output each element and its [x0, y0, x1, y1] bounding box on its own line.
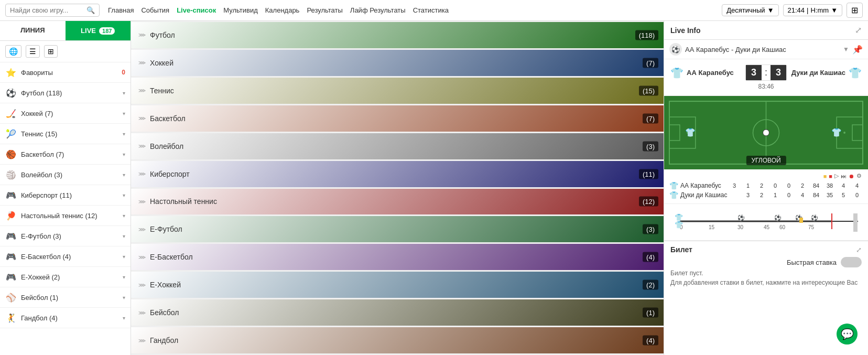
nav-calendar[interactable]: Календарь — [265, 6, 300, 14]
calculator-button[interactable]: ⊞ — [847, 3, 863, 18]
maximize-button[interactable]: ⤢ — [855, 25, 862, 35]
sidebar-tools: 🌐 ☰ ⊞ — [0, 41, 131, 62]
main-layout: ЛИНИЯ LIVE 187 🌐 ☰ ⊞ ⭐ Фавориты 0 ⚽ Футб… — [0, 21, 868, 355]
quick-bet-row: Быстрая ставка — [670, 257, 862, 267]
sidebar-item-tabletennis[interactable]: 🏓 Настольный теннис (12) ▾ — [0, 206, 131, 226]
sidebar-item-hockey[interactable]: 🏒 Хоккей (7) ▾ — [0, 103, 131, 124]
team-away: Дуки ди Кашиас 👕 — [787, 67, 862, 79]
search-input[interactable] — [10, 6, 83, 14]
match-time: 83:46 — [670, 83, 862, 90]
sport-row-volleyball[interactable]: ⋙ Волейбол (3) — [131, 133, 664, 160]
ticket-title: Билет — [670, 245, 692, 254]
sport-label: Киберспорт (11) — [21, 191, 118, 199]
odds-format-dropdown[interactable]: Десятичный ▼ — [722, 4, 778, 16]
score-away: 3 — [771, 65, 786, 80]
sport-row-name: Е-Хоккей — [150, 281, 181, 289]
favorites-icon: ⭐ — [5, 67, 17, 78]
sport-row-name: Гандбол — [150, 336, 178, 345]
sport-row-name: Настольный теннис — [150, 197, 217, 206]
chevron-icon: ▾ — [123, 315, 125, 321]
home-shirt-icon: 👕 — [670, 67, 683, 79]
svg-text:⚽: ⚽ — [774, 214, 782, 221]
sidebar-item-efootball[interactable]: 🎮 Е-Футбол (3) ▾ — [0, 226, 131, 246]
nav-live-results[interactable]: Лайф Результаты — [350, 6, 406, 14]
search-box[interactable]: 🔍 — [5, 4, 100, 17]
chevron-icon: ▾ — [123, 131, 125, 137]
red-card-header-icon: ■ — [829, 173, 832, 179]
quick-bet-toggle[interactable] — [841, 257, 862, 267]
match-selector[interactable]: ⚽ АА Карапебус - Дуки ди Кашиас ▼ 📌 — [664, 40, 868, 59]
sport-row-tennis[interactable]: ⋙ Теннис (15) — [131, 78, 664, 104]
stat-cell: 0 — [851, 192, 863, 198]
nav-stats[interactable]: Статистика — [413, 6, 449, 14]
sport-row-ebasketball[interactable]: ⋙ Е-Баскетбол (4) — [131, 244, 664, 271]
live-info-header: Live Info ⤢ — [664, 21, 868, 40]
ticket-info: Для добавления ставки в билет, нажмите н… — [670, 279, 862, 286]
nav-live-list[interactable]: Live-список — [177, 6, 216, 14]
home-team-name: АА Карапебус — [687, 69, 734, 77]
sport-row-cyber[interactable]: ⋙ Киберспорт (11) — [131, 161, 664, 188]
grid-tool-button[interactable]: ⊞ — [44, 45, 58, 58]
tab-liniya[interactable]: ЛИНИЯ — [0, 21, 66, 40]
stat-cell: 1 — [769, 192, 781, 198]
sport-row-count: (15) — [639, 85, 658, 95]
sport-row-efootball[interactable]: ⋙ Е-Футбол (3) — [131, 216, 664, 243]
sport-row-baseball[interactable]: ⋙ Бейсбол (1) — [131, 299, 664, 326]
basketball-icon: 🏀 — [5, 148, 17, 160]
sport-label: Баскетбол (7) — [21, 150, 118, 158]
football-field: 👕 👕 УГЛОВОЙ — [664, 96, 868, 169]
pin-button[interactable]: 📌 — [852, 45, 863, 55]
time-label: 21:44 — [788, 6, 805, 14]
sidebar-item-baseball[interactable]: ⚾ Бейсбол (1) ▾ — [0, 287, 131, 308]
nav-events[interactable]: События — [141, 6, 169, 14]
time-sep: | — [807, 6, 808, 14]
tab-live[interactable]: LIVE 187 — [66, 21, 131, 40]
sport-row-hockey[interactable]: ⋙ Хоккей (7) — [131, 50, 664, 77]
time-display[interactable]: 21:44 | H:mm ▼ — [783, 4, 842, 16]
top-navigation: 🔍 Главная События Live-список Мультивид … — [0, 0, 868, 21]
sidebar-item-ebasketball[interactable]: 🎮 Е-Баскетбол (4) ▾ — [0, 246, 131, 267]
chat-button[interactable]: 💬 — [837, 324, 858, 345]
sidebar-item-football[interactable]: ⚽ Футбол (118) ▾ — [0, 83, 131, 103]
chevron-icon: ▾ — [123, 274, 125, 280]
nav-links: Главная События Live-список Мультивид Ка… — [108, 6, 713, 14]
stat-cell: 3 — [742, 192, 754, 198]
nav-multiview[interactable]: Мультивид — [223, 6, 258, 14]
time-format-label: H:mm — [810, 6, 829, 14]
favorites-count: 0 — [115, 69, 125, 76]
dropdown-arrow-icon: ▼ — [767, 6, 774, 14]
stat-cell: 84 — [810, 182, 822, 189]
sport-row-tabletennis[interactable]: ⋙ Настольный теннис (12) — [131, 189, 664, 216]
sport-row-handball[interactable]: ⋙ Гандбол (4) — [131, 327, 664, 354]
team-home: 👕 АА Карапебус — [670, 67, 745, 79]
globe-tool-button[interactable]: 🌐 — [5, 45, 21, 58]
svg-text:👕: 👕 — [831, 127, 842, 137]
sport-row-ehockey[interactable]: ⋙ Е-Хоккей (2) — [131, 272, 664, 298]
sidebar-item-basketball[interactable]: 🏀 Баскетбол (7) ▾ — [0, 144, 131, 165]
list-tool-button[interactable]: ☰ — [26, 45, 40, 58]
nav-home[interactable]: Главная — [108, 6, 134, 14]
settings-icon: ⚙ — [856, 173, 862, 179]
sidebar-item-volleyball[interactable]: 🏐 Волейбол (3) ▾ — [0, 165, 131, 185]
sport-label: Фавориты — [21, 69, 111, 77]
maximize-ticket-icon: ⤢ — [856, 246, 862, 254]
away-shirt-small: 👕 — [669, 191, 678, 199]
sport-row-chevron: ⋙ — [138, 310, 146, 316]
stat-cell: 1 — [742, 182, 754, 189]
sidebar-item-handball[interactable]: 🤾 Гандбол (4) ▾ — [0, 308, 131, 328]
sidebar-item-ehockey[interactable]: 🎮 Е-Хоккей (2) ▾ — [0, 267, 131, 287]
match-name: АА Карапебус - Дуки ди Кашиас — [685, 46, 840, 53]
match-sport-icon: ⚽ — [669, 43, 682, 56]
nav-results[interactable]: Результаты — [307, 6, 342, 14]
sidebar-item-tennis[interactable]: 🎾 Теннис (15) ▾ — [0, 124, 131, 144]
ticket-empty-text: Билет пуст. — [670, 270, 703, 277]
top-right-controls: Десятичный ▼ 21:44 | H:mm ▼ ⊞ — [722, 3, 863, 18]
sport-label: Е-Футбол (3) — [21, 232, 118, 240]
match-selector-arrow-icon: ▼ — [843, 46, 849, 53]
sport-row-basketball[interactable]: ⋙ Баскетбол (7) — [131, 105, 664, 132]
sport-row-chevron: ⋙ — [138, 282, 146, 288]
sidebar-item-esports[interactable]: 🎮 Киберспорт (11) ▾ — [0, 185, 131, 206]
timeline-section: 0 15 30 45 60 75 👕 👕 ⚽ ⚽ ⚽ ⚽ — [664, 204, 868, 241]
sidebar-item-favorites[interactable]: ⭐ Фавориты 0 — [0, 62, 131, 83]
sport-row-football[interactable]: ⋙ Футбол (118) — [131, 22, 664, 49]
